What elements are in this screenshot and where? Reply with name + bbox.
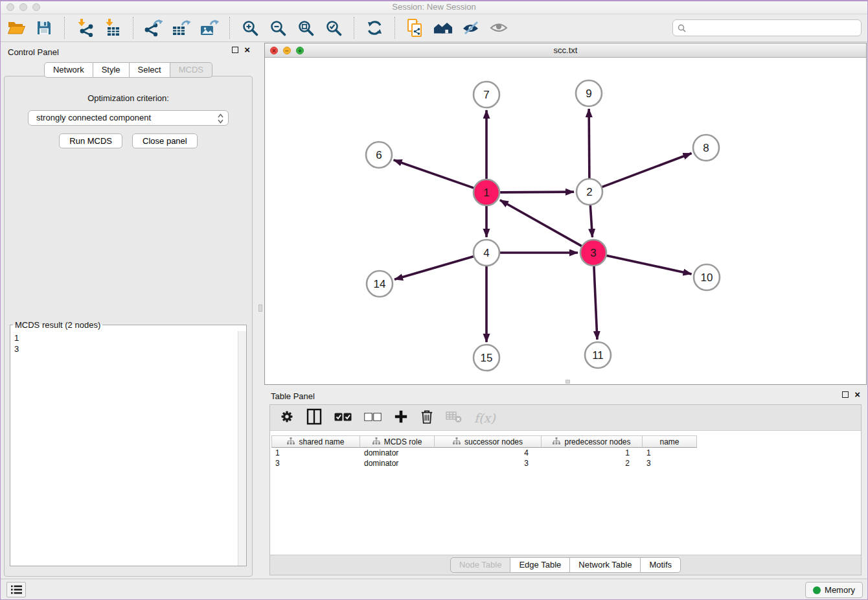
graph-node-2[interactable]: 2 — [577, 179, 602, 205]
task-history-button[interactable] — [6, 582, 26, 597]
table-cell[interactable]: 4 — [435, 448, 542, 458]
toolbar-separator — [64, 17, 65, 39]
svg-text:3: 3 — [590, 247, 596, 259]
float-table-panel-icon[interactable] — [842, 391, 849, 398]
optimization-criterion-dropdown[interactable]: strongly connected component — [28, 110, 229, 126]
zoom-selected-icon[interactable] — [324, 18, 343, 38]
memory-button[interactable]: Memory — [805, 582, 863, 598]
add-column-icon[interactable] — [394, 410, 408, 426]
network-graph[interactable]: 7968124314101511 — [265, 58, 866, 384]
export-image-icon[interactable] — [200, 18, 219, 38]
graph-edge-3-10[interactable] — [606, 255, 692, 274]
tab-node-table[interactable]: Node Table — [450, 557, 511, 573]
save-session-icon[interactable] — [34, 18, 54, 38]
table-cell[interactable]: 1 — [542, 448, 643, 458]
graph-edge-3-11[interactable] — [594, 266, 597, 340]
table-row-0[interactable]: 1dominator411 — [271, 448, 861, 458]
graph-edge-1-6[interactable] — [394, 160, 474, 188]
table-cell[interactable]: 1 — [643, 448, 697, 458]
zoom-in-icon[interactable] — [240, 18, 260, 38]
table-cell[interactable]: dominator — [360, 458, 435, 468]
column-header-shared-name[interactable]: shared name — [271, 435, 360, 448]
memory-label: Memory — [825, 585, 855, 595]
delete-column-icon[interactable] — [420, 409, 433, 427]
graph-node-3[interactable]: 3 — [580, 240, 606, 266]
table-cell[interactable]: dominator — [360, 448, 435, 458]
mcds-panel: Optimization criterion: strongly connect… — [4, 76, 253, 577]
graph-node-10[interactable]: 10 — [694, 264, 720, 290]
canvas-grip[interactable] — [565, 380, 570, 384]
graph-node-14[interactable]: 14 — [367, 271, 393, 297]
close-panel-icon[interactable]: × — [244, 47, 250, 53]
graph-edge-4-14[interactable] — [394, 257, 474, 280]
tab-motifs[interactable]: Motifs — [641, 557, 681, 573]
run-mcds-button[interactable]: Run MCDS — [59, 133, 122, 148]
close-panel-button[interactable]: Close panel — [132, 133, 198, 148]
mcds-result-title: MCDS result (2 nodes) — [13, 320, 102, 330]
column-header-name[interactable]: name — [643, 435, 697, 448]
graph-edge-2-9[interactable] — [589, 109, 589, 179]
table-cell[interactable]: 2 — [542, 458, 643, 468]
graph-node-15[interactable]: 15 — [474, 345, 499, 371]
table-cell[interactable]: 1 — [271, 448, 360, 458]
zoom-fit-icon[interactable] — [296, 18, 315, 38]
graph-node-9[interactable]: 9 — [576, 80, 602, 106]
function-builder-icon[interactable]: f(x) — [474, 411, 496, 425]
column-header-successor-nodes[interactable]: successor nodes — [435, 435, 542, 448]
export-table-icon[interactable] — [172, 18, 191, 38]
control-panel: Control Panel × Network Style Select MCD… — [0, 43, 257, 579]
float-panel-icon[interactable] — [232, 47, 238, 53]
export-network-icon[interactable] — [144, 18, 163, 38]
table-row-1[interactable]: 3dominator323 — [271, 458, 861, 468]
splitter-grip[interactable] — [258, 305, 262, 312]
svg-text:1: 1 — [483, 187, 489, 199]
delete-table-icon[interactable] — [446, 410, 462, 426]
column-header-MCDS-role[interactable]: MCDS role — [360, 435, 435, 448]
table-cell[interactable]: 3 — [271, 458, 360, 468]
graph-node-4[interactable]: 4 — [474, 240, 499, 266]
graph-node-8[interactable]: 8 — [693, 135, 719, 161]
column-label: MCDS role — [384, 437, 422, 446]
deselect-all-icon[interactable] — [364, 412, 382, 424]
split-columns-icon[interactable] — [306, 408, 322, 428]
tab-network[interactable]: Network — [44, 62, 93, 78]
refresh-icon[interactable] — [365, 18, 384, 38]
table-cell[interactable]: 3 — [435, 458, 542, 468]
search-input[interactable] — [672, 19, 862, 36]
tab-network-table[interactable]: Network Table — [570, 557, 641, 573]
vertical-splitter[interactable] — [257, 43, 264, 579]
reset-view-icon[interactable] — [433, 18, 453, 38]
hide-selected-icon[interactable] — [461, 18, 481, 38]
tab-edge-table[interactable]: Edge Table — [510, 557, 570, 573]
network-canvas[interactable]: 7968124314101511 — [265, 58, 866, 384]
mcds-result-text[interactable]: 1 3 — [10, 331, 246, 566]
column-settings-icon[interactable] — [280, 410, 294, 426]
graph-edge-2-8[interactable] — [602, 153, 692, 187]
graph-node-6[interactable]: 6 — [366, 142, 392, 168]
graph-edge-2-3[interactable] — [590, 205, 592, 237]
graph-edge-1-2[interactable] — [499, 192, 574, 192]
select-all-icon[interactable] — [334, 412, 352, 424]
svg-text:15: 15 — [481, 352, 493, 364]
table-header-row: shared nameMCDS rolesuccessor nodesprede… — [271, 435, 861, 448]
graph-edge-3-1[interactable] — [500, 200, 582, 246]
graph-node-1[interactable]: 1 — [474, 179, 499, 205]
tab-mcds[interactable]: MCDS — [170, 62, 212, 78]
tab-style[interactable]: Style — [93, 62, 130, 78]
tab-select[interactable]: Select — [130, 62, 170, 78]
result-scrollbar[interactable] — [238, 331, 246, 566]
import-network-icon[interactable] — [75, 18, 95, 38]
column-label: successor nodes — [464, 437, 523, 446]
import-table-icon[interactable] — [103, 18, 122, 38]
show-all-icon[interactable] — [489, 18, 508, 38]
zoom-out-icon[interactable] — [268, 18, 288, 38]
close-table-panel-icon[interactable]: × — [854, 391, 860, 398]
table-cell[interactable]: 3 — [643, 458, 697, 468]
open-session-icon[interactable] — [6, 18, 26, 38]
control-panel-tabs: Network Style Select MCDS — [0, 62, 257, 78]
clone-network-icon[interactable] — [405, 18, 425, 38]
network-window-titlebar[interactable]: × − + scc.txt — [265, 43, 866, 58]
graph-node-11[interactable]: 11 — [585, 342, 611, 368]
graph-node-7[interactable]: 7 — [474, 82, 499, 108]
column-header-predecessor-nodes[interactable]: predecessor nodes — [542, 435, 643, 448]
